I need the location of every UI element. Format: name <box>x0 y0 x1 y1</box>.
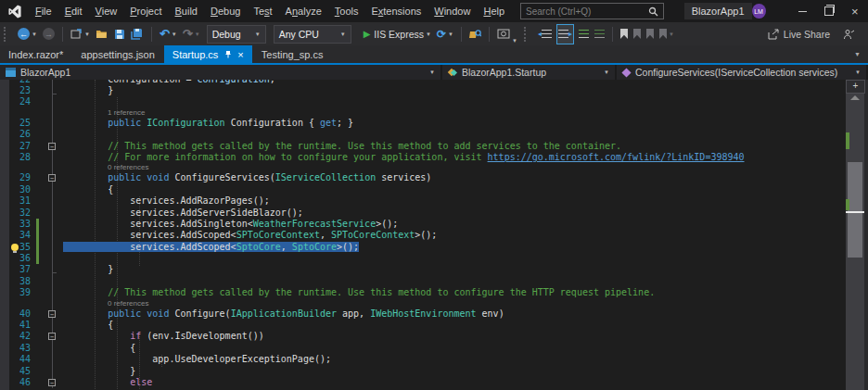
menu-file[interactable]: File <box>29 0 58 22</box>
open-file-button[interactable] <box>95 25 109 44</box>
code-line[interactable]: 27 // This method gets called by the run… <box>9 141 846 152</box>
vertical-scrollbar[interactable] <box>846 80 864 390</box>
collapse-toggle[interactable] <box>46 331 59 342</box>
next-bookmark-button[interactable] <box>645 25 655 44</box>
collapse-toggle[interactable] <box>46 308 59 320</box>
code-text[interactable]: public void ConfigureServices(IServiceCo… <box>59 172 846 183</box>
code-line[interactable]: 37 } <box>9 264 846 275</box>
code-line[interactable]: 28 // For more information on how to con… <box>9 152 846 163</box>
code-text[interactable] <box>59 276 846 287</box>
navigate-back-button[interactable]: ←▼ <box>17 25 38 44</box>
bookmark-dropdown-caret[interactable]: ▼ <box>669 31 674 37</box>
editor-pan-handle[interactable]: + <box>846 80 865 94</box>
code-text[interactable]: services.AddScoped<SPToCoreContext, SPTo… <box>59 230 846 241</box>
close-tab-icon[interactable]: × <box>237 49 243 60</box>
redo-button[interactable]: ↷▼ <box>182 25 201 44</box>
minimize-button[interactable] <box>790 0 816 22</box>
menu-analyze[interactable]: Analyze <box>279 0 328 22</box>
code-editor[interactable]: 22 Configuration = configuration;23 }241… <box>0 80 868 390</box>
code-text[interactable]: public IConfiguration Configuration { ge… <box>59 118 846 129</box>
code-line[interactable]: 44 app.UseDeveloperExceptionPage(); <box>9 354 846 365</box>
code-line[interactable]: 41 { <box>9 320 846 331</box>
code-text[interactable]: } <box>59 264 846 275</box>
user-avatar[interactable]: LM <box>752 4 766 19</box>
codelens-row[interactable]: 1 reference <box>9 108 846 118</box>
scroll-up-arrow-icon[interactable] <box>850 95 860 100</box>
tab-appsettings-json[interactable]: appsettings.json <box>72 45 163 63</box>
code-text[interactable] <box>59 253 846 264</box>
codelens-row[interactable]: 0 references <box>9 163 846 172</box>
code-text[interactable]: app.UseDeveloperExceptionPage(); <box>59 354 846 365</box>
code-line[interactable]: 30 { <box>9 184 846 195</box>
tab-index-razor-[interactable]: Index.razor* <box>0 45 71 63</box>
comment-button[interactable] <box>578 25 590 44</box>
code-line[interactable]: 29 public void ConfigureServices(IServic… <box>9 172 846 183</box>
toolbar-drag-handle[interactable] <box>4 27 9 42</box>
code-line[interactable]: 26 <box>9 129 846 140</box>
codelens-references[interactable]: 0 references <box>59 163 846 172</box>
indent-button[interactable]: ▸ <box>556 24 574 44</box>
redo-dropdown-caret[interactable]: ▼ <box>195 31 200 37</box>
start-debugging-button[interactable]: ▶ IIS Express ▼ <box>363 25 432 44</box>
codelens-references[interactable]: 0 references <box>59 299 846 308</box>
breakpoint-margin[interactable] <box>0 80 9 390</box>
menu-debug[interactable]: Debug <box>204 0 247 22</box>
restore-button[interactable] <box>816 0 842 22</box>
undo-button[interactable]: ↶▼ <box>159 25 178 44</box>
code-line[interactable]: 42 if (env.IsDevelopment()) <box>9 331 846 342</box>
feedback-button[interactable] <box>842 25 855 44</box>
menu-extensions[interactable]: Extensions <box>364 0 428 22</box>
code-text[interactable] <box>59 129 846 140</box>
codelens-row[interactable]: 0 references <box>9 299 846 308</box>
new-project-button[interactable]: ▼ <box>70 25 91 44</box>
code-line[interactable]: 35 services.AddScoped<SptoCore, SptoCore… <box>9 242 846 253</box>
outdent-button[interactable]: ◂ <box>537 25 553 44</box>
menu-test[interactable]: Test <box>247 0 278 22</box>
code-pane[interactable]: 22 Configuration = configuration;23 }241… <box>9 80 846 388</box>
code-line[interactable]: 38 <box>9 276 846 287</box>
menu-view[interactable]: View <box>89 0 124 22</box>
back-dropdown-caret[interactable]: ▼ <box>32 31 37 37</box>
code-text[interactable]: { <box>59 184 846 195</box>
toggle-bookmark-button[interactable] <box>619 25 629 44</box>
code-map-caret[interactable]: ▼ <box>512 38 517 44</box>
menu-project[interactable]: Project <box>123 0 168 22</box>
project-dropdown[interactable]: BlazorApp1 ▼ <box>0 65 442 80</box>
member-dropdown[interactable]: ConfigureServices(IServiceCollection ser… <box>617 65 868 80</box>
code-text[interactable]: } <box>59 85 846 96</box>
code-text[interactable]: services.AddScoped<SptoCore, SptoCore>()… <box>59 242 846 253</box>
code-text[interactable]: { <box>59 343 846 354</box>
previous-bookmark-button[interactable] <box>632 25 642 44</box>
close-button[interactable]: × <box>842 0 868 22</box>
code-map-button[interactable]: ▼ <box>496 25 518 44</box>
menu-build[interactable]: Build <box>169 0 204 22</box>
uncomment-button[interactable] <box>594 25 606 44</box>
tab-testing-sp-cs[interactable]: Testing_sp.cs <box>253 45 332 63</box>
save-button[interactable] <box>113 25 126 44</box>
pin-icon[interactable] <box>224 50 232 58</box>
code-line[interactable]: 32 services.AddServerSideBlazor(); <box>9 208 846 219</box>
code-text[interactable]: // This method gets called by the runtim… <box>59 141 846 152</box>
navigate-forward-button[interactable]: → <box>42 25 56 44</box>
live-share-button[interactable]: Live Share <box>766 25 831 44</box>
clear-bookmarks-button[interactable]: ▼ <box>658 25 675 44</box>
code-text[interactable]: // For more information on how to config… <box>59 152 846 163</box>
code-line[interactable]: 23 } <box>9 85 846 96</box>
toolbar-drag-handle[interactable] <box>524 27 530 42</box>
codelens-references[interactable]: 1 reference <box>59 108 846 118</box>
code-line[interactable]: 45 } <box>9 366 846 377</box>
code-text[interactable]: public void Configure(IApplicationBuilde… <box>59 308 846 320</box>
restart-dropdown-caret[interactable]: ▼ <box>448 31 453 37</box>
code-line[interactable]: 36 <box>9 253 846 264</box>
code-text[interactable]: if (env.IsDevelopment()) <box>59 331 846 342</box>
collapse-toggle[interactable] <box>46 377 59 388</box>
code-text[interactable]: services.AddServerSideBlazor(); <box>59 208 846 219</box>
menu-edit[interactable]: Edit <box>58 0 89 22</box>
code-line[interactable]: 43 { <box>9 343 846 354</box>
code-line[interactable]: 46 else <box>9 377 846 388</box>
search-input[interactable]: Search (Ctrl+Q) <box>520 3 664 19</box>
save-all-button[interactable] <box>130 25 145 44</box>
new-dropdown-caret[interactable]: ▼ <box>84 31 90 37</box>
scrollbar-thumb[interactable] <box>848 162 862 258</box>
tab-startup-cs[interactable]: Startup.cs× <box>164 45 252 63</box>
